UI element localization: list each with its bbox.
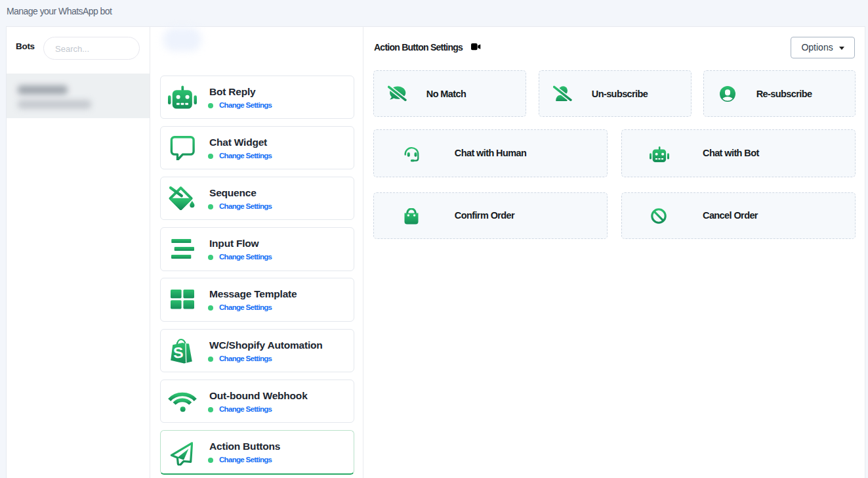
svg-text:S: S: [173, 344, 184, 362]
